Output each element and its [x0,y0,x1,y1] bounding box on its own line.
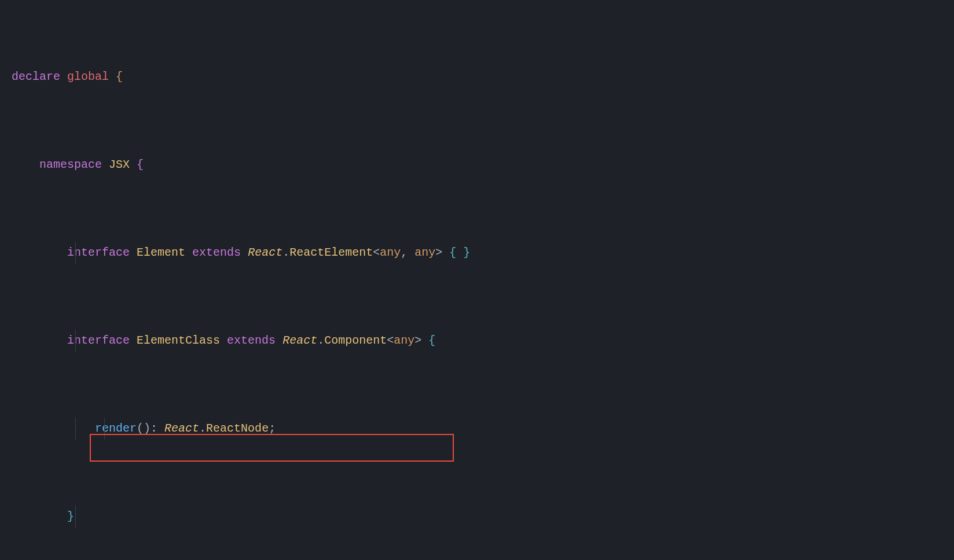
code-line: interface ElementClass extends React.Com… [0,330,954,352]
namespace-react: React [282,334,317,347]
namespace-react: React [248,246,282,259]
type-any: any [414,246,435,259]
type-component: Component [324,334,387,347]
keyword-interface: interface [67,334,130,347]
type-any: any [380,246,401,259]
keyword-extends: extends [227,334,276,347]
type-reactnode: ReactNode [206,422,269,435]
brace: } [67,510,74,523]
type-reactelement: ReactElement [289,246,373,259]
keyword-extends: extends [192,246,241,259]
keyword-namespace: namespace [39,158,102,171]
namespace-react: React [164,422,199,435]
code-line: namespace JSX { [0,154,954,176]
identifier-jsx: JSX [109,158,130,171]
keyword-declare: declare [12,70,60,83]
type-elementclass: ElementClass [137,334,220,347]
type-any: any [394,334,414,347]
braces: { } [442,246,470,259]
code-line: interface Element extends React.ReactEle… [0,242,954,264]
code-line: render(): React.ReactNode; [0,418,954,440]
code-line: } [0,506,954,528]
code-line: declare global { [0,66,954,88]
method-render: render [95,422,137,435]
code-editor[interactable]: declare global { namespace JSX { interfa… [0,0,954,560]
brace: { [421,334,435,347]
type-element: Element [137,246,185,259]
keyword-interface: interface [67,246,130,259]
brace: { [116,70,123,83]
keyword-global: global [67,70,109,83]
brace: { [137,158,144,171]
